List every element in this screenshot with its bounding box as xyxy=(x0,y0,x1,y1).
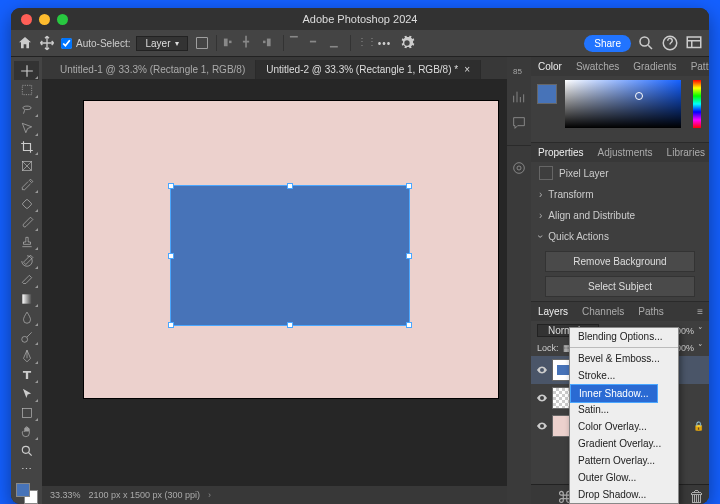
shape-tool[interactable] xyxy=(14,403,39,422)
auto-select-checkbox[interactable]: Auto-Select: xyxy=(61,38,130,49)
stamp-tool[interactable] xyxy=(14,232,39,251)
svg-point-12 xyxy=(517,166,521,170)
menu-inner-shadow[interactable]: Inner Shadow... xyxy=(570,384,658,403)
transform-controls-icon[interactable] xyxy=(194,35,210,51)
menu-outer-glow[interactable]: Outer Glow... xyxy=(570,469,678,486)
settings-gear-icon[interactable] xyxy=(399,35,415,51)
quick-actions-section[interactable]: Quick Actions xyxy=(531,226,709,247)
more-options-icon[interactable]: ••• xyxy=(377,35,393,51)
resize-handle[interactable] xyxy=(406,183,412,189)
resize-handle[interactable] xyxy=(168,253,174,259)
frame-tool[interactable] xyxy=(14,156,39,175)
hand-tool[interactable] xyxy=(14,422,39,441)
hue-slider[interactable] xyxy=(693,80,701,128)
select-subject-button[interactable]: Select Subject xyxy=(545,276,695,297)
move-tool[interactable] xyxy=(14,61,39,80)
help-icon[interactable] xyxy=(661,34,679,52)
panel-icon-learn[interactable] xyxy=(511,160,527,176)
home-icon[interactable] xyxy=(17,35,33,51)
zoom-level[interactable]: 33.33% xyxy=(50,490,81,500)
tab-color[interactable]: Color xyxy=(531,57,569,76)
blur-tool[interactable] xyxy=(14,308,39,327)
minimize-window-button[interactable] xyxy=(39,14,50,25)
lasso-tool[interactable] xyxy=(14,99,39,118)
tab-gradients[interactable]: Gradients xyxy=(626,57,683,76)
panel-icon-85[interactable]: 85 xyxy=(511,63,527,79)
align-vcenter-icon[interactable]: ━ xyxy=(310,36,324,50)
align-left-icon[interactable]: ▮▪ xyxy=(223,36,237,50)
menu-pattern-overlay[interactable]: Pattern Overlay... xyxy=(570,452,678,469)
tab-swatches[interactable]: Swatches xyxy=(569,57,626,76)
svg-point-8 xyxy=(21,336,27,342)
svg-text:85: 85 xyxy=(513,67,522,76)
tab-layers[interactable]: Layers xyxy=(531,302,575,321)
doc-tab-1[interactable]: Untitled-1 @ 33.3% (Rectangle 1, RGB/8) xyxy=(50,60,256,79)
menu-gradient-overlay[interactable]: Gradient Overlay... xyxy=(570,435,678,452)
tab-patterns[interactable]: Patterns xyxy=(684,57,709,76)
panel-icon-comments[interactable] xyxy=(511,115,527,131)
tab-paths[interactable]: Paths xyxy=(631,302,671,321)
resize-handle[interactable] xyxy=(406,253,412,259)
tab-properties[interactable]: Properties xyxy=(531,143,591,162)
dodge-tool[interactable] xyxy=(14,327,39,346)
resize-handle[interactable] xyxy=(406,322,412,328)
resize-handle[interactable] xyxy=(287,322,293,328)
eraser-tool[interactable] xyxy=(14,270,39,289)
close-window-button[interactable] xyxy=(21,14,32,25)
align-bottom-icon[interactable]: ▁ xyxy=(330,36,344,50)
brush-tool[interactable] xyxy=(14,213,39,232)
menu-satin[interactable]: Satin... xyxy=(570,401,678,418)
transform-section[interactable]: Transform xyxy=(531,184,709,205)
pen-tool[interactable] xyxy=(14,346,39,365)
path-select-tool[interactable] xyxy=(14,384,39,403)
tools-panel: ⋯ xyxy=(11,57,42,504)
menu-blending-options[interactable]: Blending Options... xyxy=(570,328,678,345)
menu-drop-shadow[interactable]: Drop Shadow... xyxy=(570,486,678,503)
fg-color-swatch[interactable] xyxy=(537,84,557,104)
color-picker-field[interactable] xyxy=(565,80,681,128)
svg-point-10 xyxy=(22,446,29,453)
menu-stroke[interactable]: Stroke... xyxy=(570,367,678,384)
panel-icon-histogram[interactable] xyxy=(511,89,527,105)
search-icon[interactable] xyxy=(637,34,655,52)
visibility-icon[interactable] xyxy=(536,364,548,376)
menu-color-overlay[interactable]: Color Overlay... xyxy=(570,418,678,435)
edit-toolbar-icon[interactable]: ⋯ xyxy=(14,460,39,479)
visibility-icon[interactable] xyxy=(536,392,548,404)
auto-select-dropdown[interactable]: Layer xyxy=(136,36,187,51)
visibility-icon[interactable] xyxy=(536,420,548,432)
resize-handle[interactable] xyxy=(168,183,174,189)
gradient-tool[interactable] xyxy=(14,289,39,308)
align-top-icon[interactable]: ▔ xyxy=(290,36,304,50)
remove-background-button[interactable]: Remove Background xyxy=(545,251,695,272)
healing-tool[interactable] xyxy=(14,194,39,213)
panel-menu-icon[interactable]: ≡ xyxy=(691,302,709,321)
crop-tool[interactable] xyxy=(14,137,39,156)
eyedropper-tool[interactable] xyxy=(14,175,39,194)
tab-libraries[interactable]: Libraries xyxy=(660,143,709,162)
maximize-window-button[interactable] xyxy=(57,14,68,25)
distribute-icon[interactable]: ⋮⋮ xyxy=(357,36,371,50)
resize-handle[interactable] xyxy=(287,183,293,189)
status-bar: 33.33% 2100 px x 1500 px (300 ppi) › xyxy=(42,486,507,504)
resize-handle[interactable] xyxy=(168,322,174,328)
workspace-icon[interactable] xyxy=(685,34,703,52)
menu-bevel-emboss[interactable]: Bevel & Emboss... xyxy=(570,350,678,367)
align-right-icon[interactable]: ▪▮ xyxy=(263,36,277,50)
svg-rect-0 xyxy=(196,38,207,49)
share-button[interactable]: Share xyxy=(584,35,631,52)
close-tab-icon[interactable]: × xyxy=(464,64,470,75)
quick-select-tool[interactable] xyxy=(14,118,39,137)
type-tool[interactable] xyxy=(14,365,39,384)
tab-adjustments[interactable]: Adjustments xyxy=(591,143,660,162)
tab-channels[interactable]: Channels xyxy=(575,302,631,321)
align-hcenter-icon[interactable]: ╋ xyxy=(243,36,257,50)
trash-icon[interactable]: 🗑 xyxy=(689,488,703,502)
history-brush-tool[interactable] xyxy=(14,251,39,270)
zoom-tool[interactable] xyxy=(14,441,39,460)
canvas[interactable] xyxy=(42,79,507,486)
align-section[interactable]: Align and Distribute xyxy=(531,205,709,226)
marquee-tool[interactable] xyxy=(14,80,39,99)
color-swatches[interactable] xyxy=(16,483,38,504)
doc-tab-2[interactable]: Untitled-2 @ 33.3% (Rectangle 1, RGB/8) … xyxy=(256,60,481,79)
